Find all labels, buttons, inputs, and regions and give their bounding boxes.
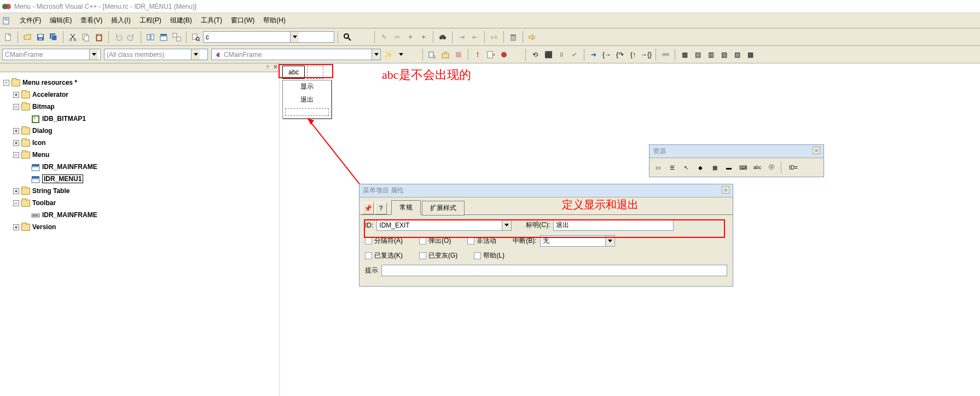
save-all-button[interactable]: [48, 31, 60, 43]
search-button[interactable]: [341, 31, 353, 43]
run-to-cursor-button[interactable]: →{}: [640, 49, 652, 61]
watch-button[interactable]: ▦: [679, 49, 691, 61]
res-cursor-icon[interactable]: ↖: [680, 161, 692, 173]
step-into-button[interactable]: {→: [601, 49, 613, 61]
redo-button[interactable]: [125, 31, 137, 43]
wand-button[interactable]: ✨: [382, 49, 394, 61]
help-icon[interactable]: ?: [375, 202, 387, 214]
tab-extended[interactable]: 扩展样式: [422, 201, 465, 216]
execute-button[interactable]: !: [472, 49, 484, 61]
prompt-input[interactable]: [381, 265, 727, 276]
dropdown-icon[interactable]: [191, 49, 200, 60]
cut-button[interactable]: [67, 31, 79, 43]
breakpoint-button[interactable]: [498, 49, 510, 61]
collapse-icon[interactable]: −: [13, 200, 19, 206]
dbg-break-button[interactable]: ⏸: [555, 49, 567, 61]
class-combo-text[interactable]: [3, 49, 89, 60]
step-over-button[interactable]: {↷: [614, 49, 626, 61]
dropdown-icon[interactable]: [89, 49, 98, 60]
tree-root[interactable]: Menu resources *: [22, 79, 77, 86]
menu-item-show[interactable]: 显示: [283, 80, 331, 94]
filter-combo[interactable]: [104, 49, 208, 60]
res-menu-icon[interactable]: ☰: [666, 161, 678, 173]
tree-toolbar[interactable]: Toolbar: [32, 199, 56, 207]
build-button[interactable]: [439, 49, 451, 61]
menu-edit[interactable]: 编辑(E): [45, 14, 76, 27]
window-list-button[interactable]: [171, 31, 183, 43]
compile-button[interactable]: [426, 49, 438, 61]
tree-string-table[interactable]: String Table: [32, 187, 69, 195]
memory-button[interactable]: ▧: [718, 49, 730, 61]
menu-project[interactable]: 工程(P): [135, 14, 166, 27]
new-doc-button[interactable]: [2, 31, 14, 43]
tree-version[interactable]: Version: [32, 223, 56, 231]
res-id-button[interactable]: ID=: [785, 161, 802, 173]
res-bitmap-icon[interactable]: ▦: [709, 161, 721, 173]
close-icon[interactable]: ✕: [273, 63, 278, 71]
tree-bitmap[interactable]: Bitmap: [32, 103, 55, 110]
dbg-stop-button[interactable]: ⬛: [542, 49, 554, 61]
step-out-button[interactable]: {↑: [627, 49, 639, 61]
tree-icon[interactable]: Icon: [32, 139, 46, 147]
menu-build[interactable]: 组建(B): [166, 14, 196, 27]
output-button[interactable]: [158, 31, 170, 43]
binoculars-icon[interactable]: [437, 31, 449, 43]
menu-window[interactable]: 窗口(W): [227, 14, 259, 27]
close-icon[interactable]: ✕: [722, 186, 729, 194]
speaker-icon[interactable]: [526, 31, 538, 43]
stop-build-button[interactable]: [453, 49, 465, 61]
res-version-icon[interactable]: ⓥ: [766, 161, 778, 173]
registers-button[interactable]: ▥: [705, 49, 717, 61]
tree-idr-menu1[interactable]: IDR_MENU1: [44, 175, 82, 183]
expand-icon[interactable]: +: [13, 140, 19, 146]
quickwatch-button[interactable]: 👓: [659, 49, 671, 61]
disasm-button[interactable]: ▩: [744, 49, 756, 61]
menu-item-exit[interactable]: 退出: [283, 94, 331, 107]
find-in-files-button[interactable]: [190, 31, 202, 43]
member-combo-text[interactable]: [222, 49, 372, 60]
collapse-icon[interactable]: −: [3, 80, 9, 86]
dbg-apply-button[interactable]: ✔: [569, 49, 581, 61]
res-toolbar-icon[interactable]: ▬: [723, 161, 735, 173]
tree-accelerator[interactable]: Accelerator: [32, 91, 68, 98]
dropdown-icon[interactable]: [290, 32, 299, 42]
menu-file[interactable]: 文件(F): [15, 14, 45, 27]
expand-icon[interactable]: +: [13, 188, 19, 194]
collapse-icon[interactable]: −: [13, 152, 19, 158]
res-dialog-icon[interactable]: ▭: [652, 161, 664, 173]
menu-help[interactable]: 帮助(H): [259, 14, 290, 27]
menu-item-properties[interactable]: 菜单项目 属性 ✕ 📌 ? 常规 扩展样式 定义显示和退出 ID: 标明(C):…: [359, 184, 733, 287]
tree-idr-mainframe[interactable]: IDR_MAINFRAME: [42, 163, 97, 171]
menu-insert[interactable]: 插入(I): [107, 14, 135, 27]
save-button[interactable]: [34, 31, 47, 43]
show-next-button[interactable]: ➔: [588, 49, 600, 61]
wand-arrow-button[interactable]: [395, 49, 407, 61]
resource-tree[interactable]: −Menu resources * +Accelerator −Bitmap I…: [0, 72, 279, 237]
outdent-button[interactable]: ⇤: [469, 31, 481, 43]
menu-tools[interactable]: 工具(T): [196, 14, 227, 27]
expand-icon[interactable]: +: [13, 128, 19, 134]
res-icon-icon[interactable]: ◆: [694, 161, 706, 173]
find-combo[interactable]: [203, 31, 334, 43]
pin-icon[interactable]: ⫯: [266, 64, 269, 70]
variables-button[interactable]: ▤: [692, 49, 704, 61]
class-combo[interactable]: [2, 49, 101, 60]
tree-idb-bitmap1[interactable]: IDB_BITMAP1: [42, 115, 86, 123]
res-string-icon[interactable]: abc: [751, 161, 763, 173]
callstack-button[interactable]: ▨: [731, 49, 743, 61]
workspace-button[interactable]: [144, 31, 156, 43]
dbg-restart-button[interactable]: ⟲: [529, 49, 541, 61]
tree-toolbar-mainframe[interactable]: IDR_MAINFRAME: [42, 211, 97, 219]
resource-toolbox[interactable]: 资源 ✕ ▭ ☰ ↖ ◆ ▦ ▬ ⌨ abc ⓥ ID=: [649, 144, 824, 177]
close-icon[interactable]: ✕: [813, 147, 820, 154]
expand-icon[interactable]: +: [13, 92, 19, 98]
member-combo[interactable]: [211, 49, 381, 60]
indent-button[interactable]: ⇥: [456, 31, 468, 43]
tree-menu[interactable]: Menu: [32, 151, 49, 159]
checked-checkbox[interactable]: 已复选(K): [365, 251, 403, 260]
expand-icon[interactable]: +: [13, 224, 19, 230]
help-checkbox[interactable]: 帮助(L): [474, 251, 505, 260]
grayed-checkbox[interactable]: 已变灰(G): [419, 251, 457, 260]
tab-general[interactable]: 常规: [391, 200, 421, 215]
menu-view[interactable]: 查看(V): [76, 14, 107, 27]
